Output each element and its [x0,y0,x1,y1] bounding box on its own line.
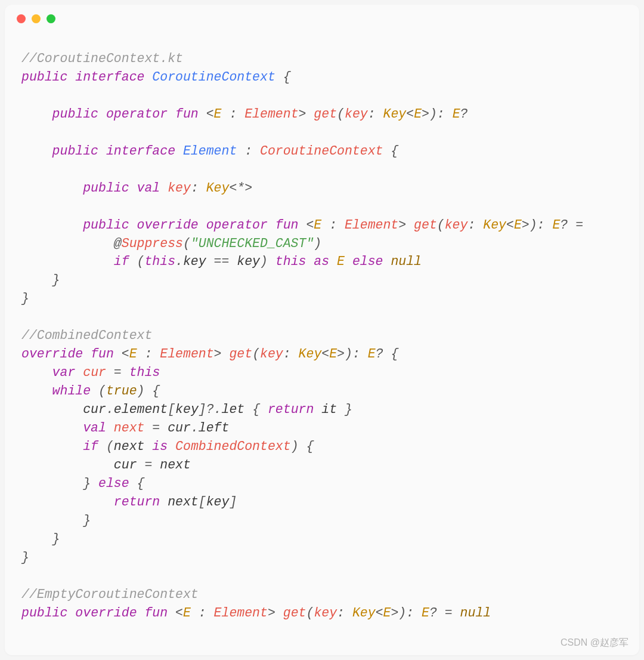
code-token: ? [460,107,468,121]
code-token: E [383,606,391,620]
code-token: CoroutineContext [152,70,275,84]
code-token: public [52,107,98,121]
code-token: ) [291,439,299,454]
code-token: } [52,532,60,546]
code-token: E [422,606,429,620]
code-token: key [206,495,230,509]
close-icon[interactable] [17,14,26,23]
code-token: = [152,421,160,435]
code-token: < [506,218,514,232]
code-token: is [152,439,168,454]
code-token: > [214,347,222,361]
code-token: val [137,181,160,195]
code-token: = [445,606,453,620]
code-token: < [406,107,414,121]
code-token: key [168,181,191,195]
code-token: : [368,107,376,121]
code-token: E [453,107,460,121]
code-token: Element [244,107,298,121]
code-token: : [144,347,152,361]
code-token: var [52,365,76,380]
code-token: > [398,218,406,232]
code-token: ( [337,107,345,121]
code-token: get [314,107,337,121]
code-token: E [368,347,376,361]
code-token: ]?. [199,402,222,417]
code-token: while [52,384,91,398]
code-token: . [106,402,114,417]
code-token: interface [75,70,144,84]
code-token: >): [422,107,445,121]
code-token: >): [391,606,414,620]
code-token: null [391,254,422,269]
code-token: next [160,458,191,472]
code-token: [ [199,495,206,509]
code-token: : [199,606,206,620]
code-token: left [199,421,230,435]
code-token: ? [376,347,383,361]
code-token: < [306,218,314,232]
code-token: key [237,254,260,269]
code-token: Key [206,181,230,195]
code-token: ? [560,218,568,232]
code-token: key [345,107,368,121]
code-token: return [268,402,314,417]
watermark-text: CSDN @赵彦军 [561,637,628,649]
code-token: < [376,606,383,620]
code-token: : [244,144,252,158]
code-token: . [175,254,183,269]
code-token: this [144,254,175,269]
code-token: } [83,476,91,491]
code-token: == [214,254,230,269]
code-token: fun [144,606,168,620]
code-token: this [275,254,306,269]
code-token: override [21,347,83,361]
code-token: : [283,347,291,361]
code-token: ( [137,254,145,269]
code-block: //CoroutineContext.kt public interface C… [5,28,639,639]
code-token: } [52,273,60,287]
code-token: return [114,495,160,509]
code-token: E [514,218,522,232]
code-token: } [345,402,352,417]
code-token: public [52,144,98,158]
code-token: get [414,218,437,232]
code-token: ( [306,606,314,620]
code-token: key [183,254,206,269]
code-token: < [206,107,214,121]
code-token: Key [299,347,322,361]
code-token: : [467,218,475,232]
code-token: E [183,606,191,620]
code-token: = [144,458,152,472]
code-token: key [314,606,337,620]
code-token: < [122,347,129,361]
code-token: } [21,550,29,565]
minimize-icon[interactable] [32,14,41,23]
code-token: ) [137,384,145,398]
code-token: operator [106,107,168,121]
code-token: E [329,347,337,361]
code-token: Element [160,347,213,361]
code-token: fun [175,107,199,121]
code-token: public [83,181,129,195]
code-token: interface [106,144,175,158]
code-token: ] [229,495,237,509]
code-token: : [229,107,237,121]
code-token: { [137,476,145,491]
code-token: <*> [229,181,252,195]
code-token: public [21,606,67,620]
code-token: as [314,254,329,269]
maximize-icon[interactable] [47,14,55,23]
code-token: Key [383,107,407,121]
window-titlebar [5,5,639,28]
code-token: key [260,347,283,361]
code-token: it [321,402,337,417]
code-token: let [222,402,245,417]
code-token: operator [206,218,268,232]
code-token: key [175,402,199,417]
code-token: cur [83,402,106,417]
code-token: E [314,218,321,232]
code-token: get [283,606,306,620]
code-token: this [129,365,160,380]
code-token: next [168,495,199,509]
